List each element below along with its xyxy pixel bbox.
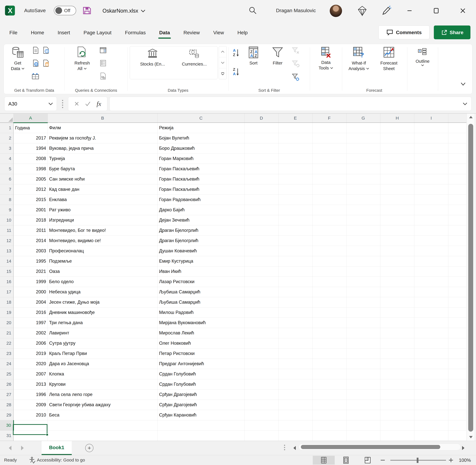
column-header-H[interactable]: H [380,114,414,123]
cell-H14[interactable] [380,256,414,266]
cell-G5[interactable] [346,164,380,174]
cell-G24[interactable] [346,359,380,369]
stocks-data-type[interactable]: Stocks (En... [132,48,173,77]
cell-X31[interactable] [448,430,466,441]
cell-C9[interactable]: Дарко Бајић [158,205,244,215]
cell-D14[interactable] [244,256,278,266]
cell-H7[interactable] [380,184,414,194]
cell-F22[interactable] [312,338,346,348]
cell-G26[interactable] [346,379,380,389]
cell-G14[interactable] [346,256,380,266]
cell-A29[interactable]: 2010 [13,410,48,420]
cell-X1[interactable] [448,123,466,133]
get-data-button[interactable]: Get Data [6,44,30,71]
cell-C15[interactable]: Иван Икић [158,266,244,276]
row-header-31[interactable]: 31 [0,430,13,441]
cell-H29[interactable] [380,410,414,420]
cell-B15[interactable]: Оаза [48,266,158,276]
what-if-analysis-button[interactable]: ? What-If Analysis [344,44,374,71]
cell-D6[interactable] [244,174,278,184]
zoom-level[interactable]: 100% [459,457,471,463]
share-button[interactable]: Share [434,25,470,39]
sort-button[interactable]: ZAAZ Sort [243,44,264,66]
collapse-ribbon-button[interactable] [460,82,466,86]
row-header-10[interactable]: 10 [0,215,13,225]
cell-I13[interactable] [414,246,448,256]
cell-D18[interactable] [244,297,278,307]
whats-new-icon[interactable] [381,6,392,16]
cell-X25[interactable] [448,369,466,379]
cell-A12[interactable]: 2014 [13,235,48,246]
cell-D4[interactable] [244,153,278,164]
cell-C13[interactable]: Душан Ковачевић [158,246,244,256]
cell-F25[interactable] [312,369,346,379]
cell-X26[interactable] [448,379,466,389]
cell-B8[interactable]: Енклава [48,194,158,205]
cell-C6[interactable]: Горан Паскаљевић [158,174,244,184]
cell-B19[interactable]: Дневник машиновође [48,307,158,317]
row-header-14[interactable]: 14 [0,256,13,266]
cell-F5[interactable] [312,164,346,174]
cell-G27[interactable] [346,389,380,400]
cell-A2[interactable]: 2017 [13,133,48,143]
outline-button[interactable]: Outline [411,44,434,66]
edit-links-icon[interactable] [99,72,107,80]
cell-I7[interactable] [414,184,448,194]
cell-E19[interactable] [278,307,312,317]
cell-A18[interactable]: 2004 [13,297,48,307]
cell-E30[interactable] [278,420,312,430]
from-picture-icon[interactable] [42,59,50,67]
cell-C3[interactable]: Боро Драшковић [158,143,244,153]
cell-G23[interactable] [346,348,380,359]
cell-B2[interactable]: Реквијем за госпођу Ј. [48,133,158,143]
cell-E29[interactable] [278,410,312,420]
cell-G31[interactable] [346,430,380,441]
cell-C25[interactable]: Срдан Голубовић [158,369,244,379]
tab-formulas[interactable]: Formulas [123,26,148,40]
cell-H11[interactable] [380,225,414,235]
row-header-2[interactable]: 2 [0,133,13,143]
cell-F31[interactable] [312,430,346,441]
document-title[interactable]: OskarNom.xlsx [102,0,146,22]
horizontal-scrollbar[interactable] [299,444,461,450]
tab-home[interactable]: Home [29,26,46,40]
cell-B10[interactable]: Изгредници [48,215,158,225]
row-header-18[interactable]: 18 [0,297,13,307]
cell-C17[interactable]: Љубиша Самарџић [158,287,244,297]
cell-A21[interactable]: 2002 [13,328,48,338]
cell-H27[interactable] [380,389,414,400]
enter-entry-icon[interactable] [85,101,91,106]
cell-H8[interactable] [380,194,414,205]
cell-C20[interactable]: Мирјана Вукомановић [158,317,244,328]
cell-G20[interactable] [346,317,380,328]
row-header-3[interactable]: 3 [0,143,13,153]
cancel-entry-icon[interactable] [74,101,79,106]
cell-F4[interactable] [312,153,346,164]
cell-C27[interactable]: Срђан Драгојевић [158,389,244,400]
cell-D12[interactable] [244,235,278,246]
sheet-tab-book1[interactable]: Book1 [41,441,72,455]
tab-help[interactable]: Help [235,26,250,40]
cell-H17[interactable] [380,287,414,297]
autosave-toggle[interactable]: Off [54,6,76,15]
sort-ascending-icon[interactable]: AZ [232,49,240,57]
cell-A6[interactable]: 2005 [13,174,48,184]
cell-C21[interactable]: Мирослав Лекић [158,328,244,338]
tab-page-layout[interactable]: Page Layout [81,26,114,40]
cell-B27[interactable]: Лепа села лепо горе [48,389,158,400]
cell-F10[interactable] [312,215,346,225]
column-header-partial[interactable] [448,114,466,123]
cell-B5[interactable]: Буре барута [48,164,158,174]
currencies-data-type[interactable]: Currencies... [174,48,215,77]
data-tools-button[interactable]: Data Tools [313,44,339,71]
cell-X3[interactable] [448,143,466,153]
cell-E2[interactable] [278,133,312,143]
cell-B30[interactable] [48,420,158,430]
cell-D5[interactable] [244,164,278,174]
cell-H30[interactable] [380,420,414,430]
cell-C23[interactable]: Петар Ристовски [158,348,244,359]
cell-G2[interactable] [346,133,380,143]
cell-G13[interactable] [346,246,380,256]
cell-E4[interactable] [278,153,312,164]
cell-C12[interactable]: Драган Бјелогрлић [158,235,244,246]
